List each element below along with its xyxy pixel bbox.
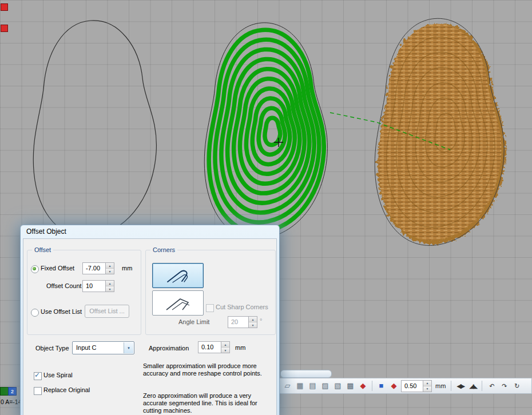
spinner-buttons[interactable] xyxy=(221,342,229,353)
stitch-density-icon[interactable]: ▤ xyxy=(307,380,318,392)
approximation-value[interactable]: 0.10 xyxy=(198,342,221,353)
approximation-label: Approximation xyxy=(149,345,189,352)
offset-count-value[interactable]: 10 xyxy=(83,281,105,292)
color-swatch-blue[interactable]: 2 xyxy=(8,387,17,396)
use-spiral-checkbox[interactable] xyxy=(34,372,42,380)
spinner-buttons[interactable] xyxy=(105,263,114,274)
color-stop-icon[interactable]: ◆ xyxy=(358,380,368,392)
object-type-value: Input C xyxy=(76,344,122,351)
offset-count-spinner[interactable]: 10 xyxy=(82,280,114,292)
stitch-width-spinner[interactable]: 0.50 xyxy=(401,380,432,392)
dialog-titlebar[interactable]: Offset Object xyxy=(21,225,279,238)
chevron-down-icon[interactable] xyxy=(124,342,133,353)
offset-group-label: Offset xyxy=(32,246,53,253)
use-spiral-label: Use Spiral xyxy=(43,372,73,378)
spin-down-icon[interactable] xyxy=(423,386,431,392)
fixed-offset-unit: mm xyxy=(122,265,132,272)
use-offset-list-label: Use Offset List xyxy=(41,308,82,315)
approximation-spinner[interactable]: 0.10 xyxy=(198,341,230,353)
offset-spiral-object[interactable] xyxy=(204,23,327,239)
hatch-fill-icon[interactable]: ▨ xyxy=(320,380,331,392)
replace-original-checkbox[interactable] xyxy=(34,387,42,395)
stitched-object[interactable] xyxy=(374,18,510,252)
spinner-buttons[interactable] xyxy=(248,317,257,328)
spin-up-icon[interactable] xyxy=(423,381,431,386)
fixed-offset-value[interactable]: -7.00 xyxy=(83,263,105,274)
spin-down-icon[interactable] xyxy=(106,269,114,274)
fixed-offset-spinner[interactable]: -7.00 xyxy=(82,262,114,274)
rounded-corners-icon xyxy=(157,267,198,284)
machine-stop-icon[interactable]: ◆ xyxy=(388,380,399,392)
sharp-corners-icon xyxy=(157,294,198,312)
spin-up-icon[interactable] xyxy=(106,263,114,269)
zero-approximation-note: Zero approximation will produce a very a… xyxy=(143,392,273,414)
spin-up-icon[interactable] xyxy=(221,342,229,348)
toolbar-separator xyxy=(451,381,451,391)
motif-fill-icon[interactable]: ▧ xyxy=(332,380,343,392)
free-rotate-icon[interactable]: ↻ xyxy=(511,380,522,392)
thread-color-icon[interactable]: ■ xyxy=(376,380,387,392)
color-swatch-green[interactable] xyxy=(0,387,9,396)
spin-down-icon[interactable] xyxy=(221,348,229,353)
cut-sharp-corners-checkbox[interactable] xyxy=(206,304,214,312)
offset-count-label: Offset Count xyxy=(46,282,82,289)
grid-fill-icon[interactable]: ▩ xyxy=(345,380,356,392)
angle-limit-unit: ° xyxy=(260,317,262,324)
rotate-left-icon[interactable]: ↶ xyxy=(486,380,497,392)
offset-list-button[interactable]: Offset List ... xyxy=(85,305,129,318)
spinner-buttons[interactable] xyxy=(423,381,431,392)
approximation-unit: mm xyxy=(235,344,245,351)
mirror-horizontal-icon[interactable]: ◀▶ xyxy=(455,380,466,392)
toolbar-separator xyxy=(482,381,482,391)
angle-limit-value[interactable]: 20 xyxy=(228,317,248,328)
sharp-corners-button[interactable] xyxy=(152,290,204,316)
spin-down-icon[interactable] xyxy=(106,286,114,292)
design-view-icon[interactable]: ▱ xyxy=(282,380,293,392)
palette-swatch-red[interactable] xyxy=(1,25,8,32)
fixed-offset-radio[interactable] xyxy=(31,265,39,273)
rounded-corners-button[interactable] xyxy=(152,263,204,288)
outline-object[interactable] xyxy=(33,21,156,237)
object-type-label: Object Type xyxy=(35,345,69,352)
spin-down-icon[interactable] xyxy=(249,322,257,328)
angle-limit-label: Angle Limit xyxy=(178,318,209,325)
stitch-width-unit: mm xyxy=(434,382,447,389)
dialog-body: Offset Fixed Offset -7.00 mm Offset Coun… xyxy=(23,238,277,415)
status-coordinates: 0 A=-14 xyxy=(1,398,22,405)
spinner-buttons[interactable] xyxy=(105,281,114,292)
approximation-note: Smaller approximation will produce more … xyxy=(143,362,273,377)
mirror-vertical-icon[interactable]: ◢◣ xyxy=(467,380,478,392)
horizontal-scrollbar-thumb[interactable] xyxy=(280,370,332,378)
palette-swatch-red[interactable] xyxy=(1,3,8,11)
bottom-toolbar: ▱ ▦ ▤ ▨ ▧ ▩ ◆ ■ ◆ 0.50 mm ◀▶ ◢◣ ↶ ↷ ↻ xyxy=(279,378,532,394)
spin-up-icon[interactable] xyxy=(106,281,114,286)
corners-group-label: Corners xyxy=(150,246,177,253)
fill-pattern-icon[interactable]: ▦ xyxy=(295,380,305,392)
angle-limit-spinner[interactable]: 20 xyxy=(228,316,257,328)
cut-sharp-corners-label: Cut Sharp Corners xyxy=(216,304,268,310)
spin-up-icon[interactable] xyxy=(249,317,257,322)
offset-object-dialog: Offset Object Offset Fixed Offset -7.00 … xyxy=(20,225,280,415)
fixed-offset-label: Fixed Offset xyxy=(41,265,74,272)
replace-original-label: Replace Original xyxy=(43,386,90,393)
use-offset-list-radio[interactable] xyxy=(31,309,39,317)
object-type-dropdown[interactable]: Input C xyxy=(72,341,134,354)
rotate-right-icon[interactable]: ↷ xyxy=(498,380,509,392)
toolbar-separator xyxy=(372,381,372,391)
stitch-width-value[interactable]: 0.50 xyxy=(402,381,423,392)
